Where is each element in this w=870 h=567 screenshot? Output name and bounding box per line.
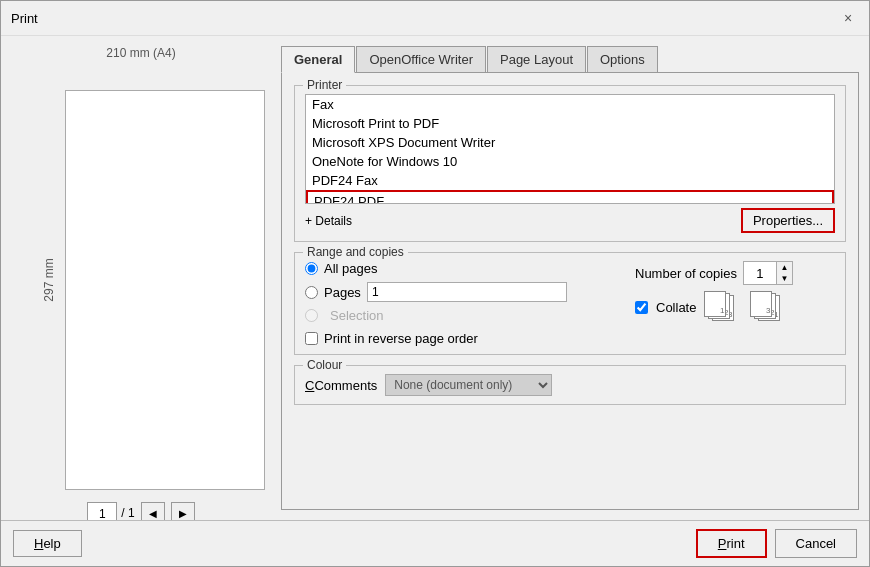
all-pages-label: All pages: [324, 261, 377, 276]
pages-input[interactable]: [367, 282, 567, 302]
details-link[interactable]: + Details: [305, 214, 352, 228]
reverse-row: Print in reverse page order: [305, 331, 615, 346]
cancel-button[interactable]: Cancel: [775, 529, 857, 558]
pages-radio[interactable]: [305, 286, 318, 299]
pages-label: Pages: [324, 285, 361, 300]
preview-controls: 1 / 1 ◀ ▶: [87, 498, 194, 520]
copies-down-button[interactable]: ▼: [776, 273, 792, 284]
selection-radio: [305, 309, 318, 322]
copies-label: Number of copies: [635, 266, 737, 281]
right-panel: General OpenOffice Writer Page Layout Op…: [281, 46, 859, 510]
printer-list[interactable]: Fax Microsoft Print to PDF Microsoft XPS…: [305, 94, 835, 204]
printer-item-ms-pdf[interactable]: Microsoft Print to PDF: [306, 114, 834, 133]
range-row: All pages Pages Selection: [305, 261, 835, 346]
all-pages-row: All pages: [305, 261, 615, 276]
page-total: / 1: [121, 506, 134, 520]
tab-general[interactable]: General: [281, 46, 355, 73]
collate-icon-2: 1 2 3: [750, 291, 786, 323]
collate-icon-1: 3 2 1: [704, 291, 740, 323]
printer-item-pdf24[interactable]: PDF24 PDF: [306, 190, 834, 204]
copies-spinner: ▲ ▼: [776, 262, 792, 284]
copies-input-wrap: ▲ ▼: [743, 261, 793, 285]
help-button[interactable]: Help: [13, 530, 82, 557]
comments-select[interactable]: None (document only) Comments only Docum…: [385, 374, 552, 396]
printer-section: Printer Fax Microsoft Print to PDF Micro…: [294, 85, 846, 242]
tab-page-layout[interactable]: Page Layout: [487, 46, 586, 73]
printer-item-onenote[interactable]: OneNote for Windows 10: [306, 152, 834, 171]
properties-button[interactable]: Properties...: [741, 208, 835, 233]
paper-container: 210 mm (A4) 297 mm: [21, 46, 261, 490]
pages-row: Pages: [305, 282, 615, 302]
footer-left: Help: [13, 530, 82, 557]
collate-icons: 3 2 1 1 2 3: [704, 291, 786, 323]
dialog-title: Print: [11, 11, 38, 26]
range-right: Number of copies ▲ ▼: [635, 261, 835, 346]
copies-up-button[interactable]: ▲: [776, 262, 792, 273]
copies-row: Number of copies ▲ ▼: [635, 261, 835, 285]
colour-section: Colour CComments None (document only) Co…: [294, 365, 846, 405]
range-section-label: Range and copies: [303, 245, 408, 259]
current-page-input[interactable]: 1: [87, 502, 117, 520]
printer-section-label: Printer: [303, 78, 346, 92]
prev-page-button[interactable]: ◀: [141, 502, 165, 520]
print-dialog: Print × 210 mm (A4) 297 mm 1 / 1 ◀ ▶: [0, 0, 870, 567]
range-section: Range and copies All pages Pages: [294, 252, 846, 355]
paper-preview: [65, 90, 265, 490]
title-bar: Print ×: [1, 1, 869, 36]
printer-item-fax[interactable]: Fax: [306, 95, 834, 114]
preview-panel: 210 mm (A4) 297 mm 1 / 1 ◀ ▶: [11, 46, 271, 510]
print-button[interactable]: Print: [696, 529, 767, 558]
paper-size-label: 210 mm (A4): [106, 46, 175, 60]
paper-height-label: 297 mm: [42, 258, 56, 301]
close-button[interactable]: ×: [837, 7, 859, 29]
next-page-button[interactable]: ▶: [171, 502, 195, 520]
colour-section-label: Colour: [303, 358, 346, 372]
tab-content-general: Printer Fax Microsoft Print to PDF Micro…: [281, 72, 859, 510]
selection-label: Selection: [330, 308, 383, 323]
selection-row: Selection: [305, 308, 615, 323]
collate-label: Collate: [656, 300, 696, 315]
printer-item-pdf24fax[interactable]: PDF24 Fax: [306, 171, 834, 190]
tab-options[interactable]: Options: [587, 46, 658, 73]
reverse-label: Print in reverse page order: [324, 331, 478, 346]
tab-writer[interactable]: OpenOffice Writer: [356, 46, 486, 73]
details-row: + Details Properties...: [305, 208, 835, 233]
all-pages-radio[interactable]: [305, 262, 318, 275]
dialog-footer: Help Print Cancel: [1, 520, 869, 566]
footer-right: Print Cancel: [696, 529, 857, 558]
printer-item-xps[interactable]: Microsoft XPS Document Writer: [306, 133, 834, 152]
dialog-body: 210 mm (A4) 297 mm 1 / 1 ◀ ▶ General: [1, 36, 869, 520]
page-indicator: 1 / 1: [87, 502, 134, 520]
comments-row: CComments None (document only) Comments …: [305, 374, 835, 396]
collate-checkbox[interactable]: [635, 301, 648, 314]
range-left: All pages Pages Selection: [305, 261, 615, 346]
comments-label: CComments: [305, 378, 377, 393]
collate-row: Collate 3 2 1: [635, 291, 835, 323]
tabs: General OpenOffice Writer Page Layout Op…: [281, 46, 859, 73]
copies-input[interactable]: [744, 262, 776, 284]
reverse-checkbox[interactable]: [305, 332, 318, 345]
